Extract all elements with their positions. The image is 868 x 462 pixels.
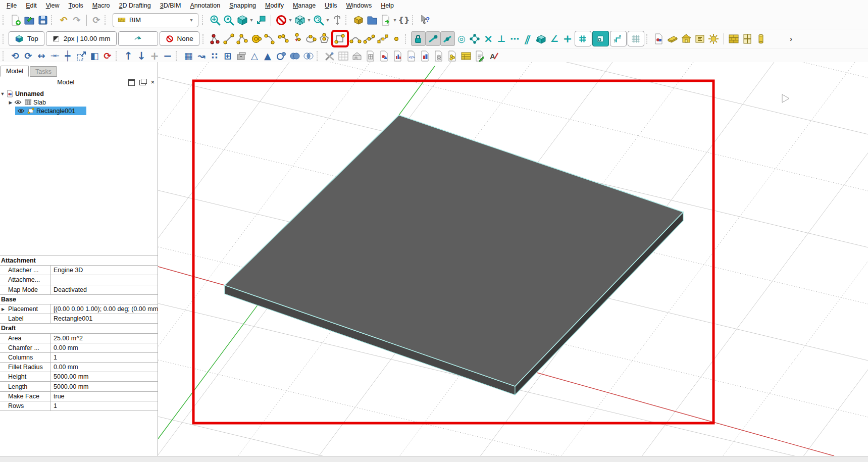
draft-arc-3points-button[interactable] — [277, 32, 290, 45]
zoom-fit-button[interactable] — [208, 13, 222, 27]
slab-object[interactable] — [225, 115, 683, 395]
snap-lock-toggle[interactable] — [411, 31, 426, 46]
nuts-doc-button[interactable] — [445, 49, 459, 63]
rotate-right-button[interactable]: ⟳ — [22, 49, 35, 63]
tree-row-document[interactable]: ▼ Unnamed — [0, 89, 158, 98]
clone-button[interactable]: ⊞ — [221, 49, 234, 63]
close-icon[interactable]: × — [150, 80, 155, 85]
property-row[interactable]: Attacher ...Engine 3D — [0, 266, 158, 275]
view-front-button[interactable] — [254, 13, 268, 27]
layers-doc-button[interactable] — [432, 49, 445, 63]
property-row[interactable]: Map ModeDeactivated — [0, 285, 158, 295]
property-row[interactable]: Height5000.00 mm — [0, 372, 158, 382]
bim-project-button[interactable] — [652, 32, 666, 45]
eye-icon[interactable] — [17, 107, 25, 115]
undo-button[interactable]: ↶ — [57, 14, 70, 27]
expander-right-icon[interactable]: ▶ — [8, 100, 13, 105]
tree-label-slab[interactable]: Slab — [33, 99, 46, 106]
property-row[interactable]: Attachme... — [0, 275, 158, 285]
rotate-left-button[interactable]: ⟲ — [9, 49, 22, 63]
toolbar-grip[interactable] — [412, 15, 416, 25]
stretch-button[interactable]: ↔ — [35, 49, 48, 63]
new-file-button[interactable] — [9, 13, 22, 27]
annotation-styles-button[interactable]: A — [486, 49, 500, 63]
menu-item[interactable]: 2D Drafting — [115, 1, 156, 10]
toggle-working-plane-dims-button[interactable]: yx — [610, 31, 627, 46]
view-cube-button[interactable] — [293, 13, 307, 27]
selected-row-highlight[interactable]: Rectangle001 — [15, 107, 86, 115]
snap-special-toggle[interactable] — [468, 32, 482, 45]
chevron-down-icon[interactable]: ▾ — [249, 17, 254, 23]
upgrade-button[interactable]: ▲ — [261, 49, 274, 63]
toggle-grid-button[interactable] — [575, 31, 591, 46]
open-directory-button[interactable] — [365, 13, 379, 27]
snap-angle-toggle[interactable]: ∠ — [548, 32, 561, 45]
toolbar-grip[interactable] — [345, 15, 349, 25]
snap-center-toggle[interactable]: ◎ — [455, 32, 468, 45]
draft-line-button[interactable] — [222, 32, 236, 45]
downgrade-button[interactable] — [274, 49, 288, 63]
draft-arc-button[interactable] — [263, 32, 277, 45]
menu-item[interactable]: Edit — [21, 1, 41, 10]
snap-intersection-toggle[interactable]: × — [482, 32, 495, 45]
property-value[interactable]: Engine 3D — [51, 266, 158, 275]
tab-tasks[interactable]: Tasks — [30, 66, 57, 77]
property-value[interactable]: 25.00 m^2 — [51, 334, 158, 343]
new-sketch-button[interactable] — [209, 32, 222, 45]
tree-label-rectangle[interactable]: Rectangle001 — [36, 108, 75, 115]
property-value[interactable]: Rectangle001 — [51, 314, 158, 323]
chevron-down-icon[interactable]: ▾ — [288, 17, 293, 23]
open-file-button[interactable] — [22, 13, 36, 27]
bim-building-button[interactable] — [680, 32, 693, 45]
toggle-snap-button[interactable] — [592, 31, 609, 46]
chevron-down-icon[interactable]: ▾ — [307, 17, 312, 23]
toolbar-grip[interactable] — [3, 34, 6, 44]
draft-ellipse-button[interactable] — [304, 32, 318, 45]
path-array-button[interactable]: ↝ — [195, 49, 208, 63]
toolbar-grip[interactable] — [3, 51, 6, 61]
shrink-button[interactable]: →← — [48, 49, 61, 63]
snap-working-plane-toggle[interactable] — [534, 32, 548, 45]
tree-label-root[interactable]: Unnamed — [15, 90, 44, 97]
workbench-selector[interactable]: BIM ▾ — [113, 13, 198, 27]
toolbar-grip[interactable] — [105, 15, 108, 25]
draft-bezier-button[interactable] — [376, 32, 390, 45]
bim-window-button[interactable] — [741, 32, 754, 45]
array-button[interactable]: ▦ — [182, 49, 195, 63]
export-button[interactable] — [379, 13, 392, 27]
tree-row-rectangle[interactable]: Rectangle001 — [0, 107, 158, 115]
bim-level-button[interactable] — [693, 32, 707, 45]
point-array-button[interactable]: ∷ — [208, 49, 221, 63]
zoom-selection-button[interactable] — [222, 13, 235, 27]
property-row[interactable]: Fillet Radius0.00 mm — [0, 363, 158, 372]
bim-wall-button[interactable] — [727, 32, 741, 45]
toolbar-overflow-button[interactable]: › — [790, 34, 792, 43]
draft-point-button[interactable] — [390, 32, 403, 45]
property-value[interactable]: 1 — [51, 401, 158, 410]
menu-item[interactable]: File — [2, 1, 21, 10]
property-row[interactable]: Columns1 — [0, 353, 158, 363]
add-point-button[interactable]: + — [148, 49, 161, 63]
bim-column-button[interactable] — [754, 32, 768, 45]
property-row[interactable]: Rows1 — [0, 401, 158, 411]
union-button[interactable] — [288, 49, 301, 63]
redo-button[interactable]: ↷ — [70, 14, 83, 27]
draft-circle-button[interactable] — [249, 32, 263, 45]
menu-item[interactable]: Tools — [64, 1, 88, 10]
draft-bspline-button[interactable] — [363, 32, 376, 45]
move-down-button[interactable]: ↓ — [135, 49, 148, 63]
draft-to-sketch-button[interactable] — [234, 49, 248, 63]
dock-restore-icon[interactable] — [128, 79, 135, 86]
chevron-down-icon[interactable]: ▾ — [325, 17, 330, 23]
refresh-button[interactable]: ⟳ — [90, 14, 103, 27]
property-value[interactable]: [(0.00 0.00 1.00); 0.00 deg; (0.00 mm... — [51, 304, 158, 314]
snap-endpoint-toggle[interactable] — [426, 31, 440, 46]
toolbar-grip[interactable] — [317, 51, 320, 61]
building-doc-button[interactable] — [418, 49, 432, 63]
property-value[interactable]: Deactivated — [51, 285, 158, 294]
part-shape-button[interactable] — [351, 13, 365, 27]
constrain-button[interactable]: None — [160, 31, 199, 46]
menu-item[interactable]: Snapping — [225, 1, 261, 10]
menu-item[interactable]: 3D/BIM — [156, 1, 186, 10]
draft-polyline-button[interactable] — [236, 32, 249, 45]
